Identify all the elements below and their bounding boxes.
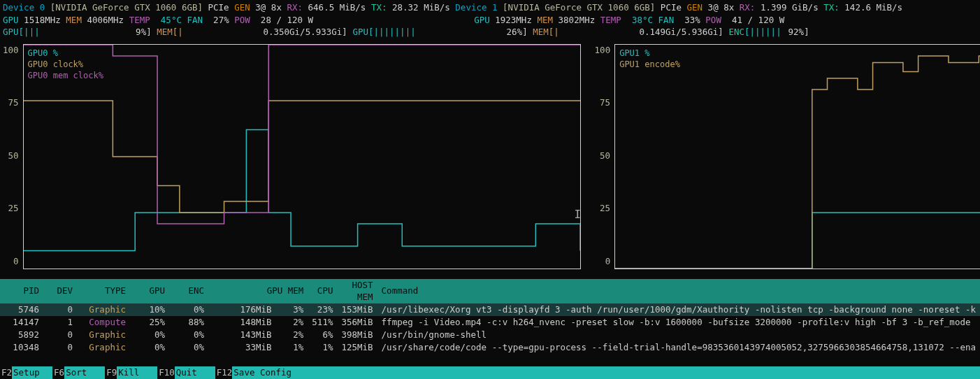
- chart-gpu0: GPU0 %GPU0 clock%GPU0 mem clock% I: [23, 44, 581, 269]
- fbtn-sort[interactable]: Sort: [64, 366, 105, 379]
- table-row[interactable]: 58920Graphic 0%0%143MiB2% 6%398MiB/usr/b…: [0, 329, 980, 341]
- fbtn-kill[interactable]: Kill: [117, 366, 157, 379]
- text-cursor-icon: I: [575, 207, 582, 222]
- col-gpu[interactable]: GPU: [130, 279, 169, 303]
- col-dev[interactable]: DEV: [43, 279, 77, 303]
- col-host mem[interactable]: HOST MEM: [337, 279, 377, 303]
- chart-gpu1: GPU1 %GPU1 encode%: [614, 44, 980, 269]
- col-enc[interactable]: ENC: [169, 279, 208, 303]
- fbtn-quit[interactable]: Quit: [175, 366, 215, 379]
- table-row[interactable]: 141471Compute 25%88%148MiB2% 511%356MiBf…: [0, 316, 980, 329]
- table-row[interactable]: 57460Graphic 10%0%176MiB3% 23%153MiB/usr…: [0, 303, 980, 316]
- fkey-F10: F10: [157, 366, 175, 379]
- process-table: PIDDEVTYPEGPUENCGPU MEMCPUHOST MEMComman…: [0, 279, 980, 354]
- fbtn-setup[interactable]: Setup: [12, 366, 52, 379]
- col-command[interactable]: Command: [377, 279, 980, 303]
- col-cpu[interactable]: CPU: [308, 279, 337, 303]
- fkey-F6: F6: [52, 366, 64, 379]
- chart0-svg: [24, 45, 580, 269]
- chart-gpu0-wrap: 1007550250 GPU0 %GPU0 clock%GPU0 mem clo…: [3, 44, 581, 269]
- fbtn-save config[interactable]: Save Config: [232, 366, 297, 379]
- device-header: Device 0 [NVIDIA GeForce GTX 1060 6GB] P…: [0, 0, 980, 38]
- footer-bar: F2SetupF6SortF9KillF10QuitF12Save Config: [0, 366, 980, 379]
- charts-row: 1007550250 GPU0 %GPU0 clock%GPU0 mem clo…: [0, 38, 980, 269]
- fkey-F2: F2: [0, 366, 12, 379]
- chart1-svg: [615, 45, 980, 269]
- process-table-header[interactable]: PIDDEVTYPEGPUENCGPU MEMCPUHOST MEMComman…: [0, 279, 980, 303]
- chart1-ylabels: 1007550250: [595, 44, 615, 268]
- process-table-wrap: PIDDEVTYPEGPUENCGPU MEMCPUHOST MEMComman…: [0, 279, 980, 354]
- col-gpu mem[interactable]: GPU MEM: [208, 279, 308, 303]
- process-table-body: 57460Graphic 10%0%176MiB3% 23%153MiB/usr…: [0, 303, 980, 354]
- chart-gpu1-wrap: 1007550250 GPU1 %GPU1 encode%: [595, 44, 980, 269]
- col-type[interactable]: TYPE: [77, 279, 130, 303]
- chart0-ylabels: 1007550250: [3, 44, 23, 268]
- fkey-F9: F9: [105, 366, 117, 379]
- col-pid[interactable]: PID: [0, 279, 43, 303]
- fkey-F12: F12: [215, 366, 233, 379]
- table-row[interactable]: 103480Graphic 0%0%33MiB1% 1%125MiB/usr/s…: [0, 341, 980, 354]
